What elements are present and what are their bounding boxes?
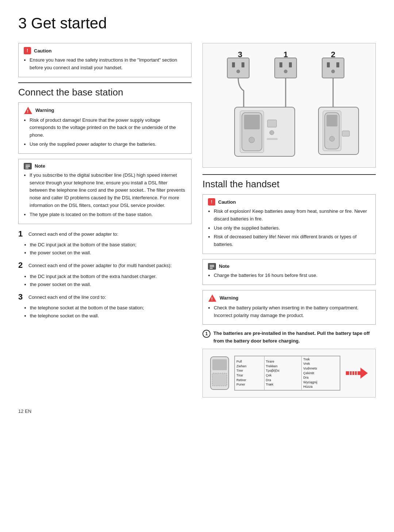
svg-rect-38 bbox=[210, 268, 213, 269]
connect-base-title: Connect the base station bbox=[18, 82, 192, 98]
warning-item-h1: Check the battery polarity when insertin… bbox=[214, 304, 370, 320]
note-list-base: If you subscribe to the digital subscrib… bbox=[24, 172, 186, 219]
svg-text:!: ! bbox=[27, 109, 28, 114]
svg-rect-25 bbox=[267, 138, 278, 140]
caution-item-h2: Use only the supplied batteries. bbox=[214, 224, 370, 232]
note-header-handset: Note bbox=[208, 263, 370, 270]
svg-point-34 bbox=[329, 136, 335, 141]
step-1-bullet-2: the power socket on the wall. bbox=[30, 249, 192, 257]
svg-rect-11 bbox=[289, 62, 292, 67]
caution-box-top: ! Caution Ensure you have read the safet… bbox=[18, 43, 192, 77]
step-3-text: Connect each end of the line cord to: bbox=[28, 292, 106, 301]
caution-header-handset: ! Caution bbox=[208, 198, 370, 206]
step-2-text: Connect each end of the power adapter to… bbox=[28, 261, 171, 270]
battery-diagram: PullZiehenTirerTirarRetirerPuner TirareT… bbox=[202, 349, 376, 398]
svg-rect-23 bbox=[267, 120, 277, 127]
svg-rect-37 bbox=[210, 266, 214, 267]
caution-header: ! Caution bbox=[24, 47, 186, 54]
caution-icon: ! bbox=[24, 47, 31, 54]
svg-rect-42 bbox=[212, 359, 227, 370]
device-diagram: 3 1 2 bbox=[202, 43, 376, 168]
svg-text:!: ! bbox=[211, 296, 213, 302]
install-handset-title: Install the handset bbox=[202, 174, 376, 190]
svg-point-28 bbox=[249, 137, 255, 143]
step-2-bullet-1: the DC input jack at the bottom of the e… bbox=[30, 273, 192, 281]
caution-list: Ensure you have read the safety instruct… bbox=[24, 56, 186, 72]
caution-box-handset: ! Caution Risk of explosion! Keep batter… bbox=[202, 194, 376, 254]
caution-icon-handset: ! bbox=[208, 198, 215, 206]
svg-rect-43 bbox=[212, 373, 227, 386]
svg-point-20 bbox=[236, 70, 240, 73]
svg-rect-36 bbox=[210, 265, 214, 266]
page-title: 3 Get started bbox=[18, 15, 376, 32]
note-item-2: The type plate is located on the bottom … bbox=[30, 211, 186, 219]
warning-header-handset: ! Warning bbox=[208, 294, 370, 302]
svg-rect-44 bbox=[346, 371, 360, 375]
svg-rect-31 bbox=[342, 131, 349, 136]
step-2-num: 2 bbox=[18, 261, 28, 270]
circle-num-1: 1 bbox=[202, 330, 210, 338]
step-2-bullet-2: the power socket on the wall. bbox=[30, 281, 192, 289]
step-2: 2 Connect each end of the power adapter … bbox=[18, 261, 192, 270]
step-1-num: 1 bbox=[18, 229, 28, 239]
step-3-bullet-1: the telephone socket at the bottom of th… bbox=[30, 304, 192, 312]
note-label-handset: Note bbox=[219, 263, 229, 269]
step-1: 1 Connect each end of the power adapter … bbox=[18, 229, 192, 239]
left-column: ! Caution Ensure you have read the safet… bbox=[18, 43, 192, 398]
svg-rect-5 bbox=[26, 168, 28, 168]
note-item-1: If you subscribe to the digital subscrib… bbox=[30, 172, 186, 210]
warning-box-base: ! Warning Risk of product damage! Ensure… bbox=[18, 102, 192, 154]
caution-list-handset: Risk of explosion! Keep batteries away f… bbox=[208, 208, 370, 249]
warning-box-handset: ! Warning Check the battery polarity whe… bbox=[202, 290, 376, 325]
note-box-handset: Note Charge the batteries for 16 hours b… bbox=[202, 259, 376, 285]
caution-item-1: Ensure you have read the safety instruct… bbox=[30, 56, 186, 72]
svg-point-12 bbox=[284, 70, 287, 73]
warning-label-handset: Warning bbox=[220, 295, 239, 301]
warning-label-base: Warning bbox=[35, 107, 54, 113]
diagram-svg: 3 1 2 bbox=[213, 47, 366, 164]
footer-text: 12 EN bbox=[18, 408, 31, 414]
svg-rect-14 bbox=[327, 62, 330, 67]
svg-rect-15 bbox=[336, 62, 339, 67]
svg-rect-19 bbox=[242, 62, 244, 67]
step-3-bullet-2: the telephone socket on the wall. bbox=[30, 312, 192, 320]
note-list-handset: Charge the batteries for 16 hours before… bbox=[208, 272, 370, 279]
warning-icon-handset: ! bbox=[208, 294, 217, 302]
caution-label: Caution bbox=[34, 48, 51, 54]
step-2-bullets: the DC input jack at the bottom of the e… bbox=[18, 273, 192, 289]
step-1-text: Connect each end of the power adapter to… bbox=[28, 229, 118, 238]
svg-rect-17 bbox=[227, 58, 249, 78]
svg-rect-3 bbox=[26, 165, 30, 165]
svg-rect-27 bbox=[244, 115, 260, 129]
note-item-h1: Charge the batteries for 16 hours before… bbox=[214, 272, 370, 279]
svg-marker-45 bbox=[360, 368, 368, 379]
note-icon-handset bbox=[208, 263, 216, 270]
caution-item-h3: Risk of decreased battery life! Never mi… bbox=[214, 233, 370, 249]
note-header-base: Note bbox=[24, 163, 186, 169]
bold-step-1: 1 The batteries are pre-installed in the… bbox=[202, 330, 376, 345]
warning-icon-base: ! bbox=[24, 106, 32, 114]
step-3-bullets: the telephone socket at the bottom of th… bbox=[18, 304, 192, 320]
warning-list-base: Risk of product damage! Ensure that the … bbox=[24, 117, 186, 148]
svg-point-16 bbox=[331, 70, 335, 73]
step-3-num: 3 bbox=[18, 292, 28, 302]
svg-rect-13 bbox=[322, 58, 344, 78]
note-box-base: Note If you subscribe to the digital sub… bbox=[18, 159, 192, 224]
warning-item-1: Risk of product damage! Ensure that the … bbox=[30, 117, 186, 139]
note-icon-base bbox=[24, 163, 32, 169]
svg-point-24 bbox=[270, 130, 274, 135]
battery-arrow-svg bbox=[344, 366, 370, 380]
battery-phone-svg bbox=[209, 355, 231, 391]
note-label-base: Note bbox=[35, 163, 45, 169]
page-footer: 12 EN bbox=[18, 408, 376, 414]
caution-item-h1: Risk of explosion! Keep batteries away f… bbox=[214, 208, 370, 223]
warning-list-handset: Check the battery polarity when insertin… bbox=[208, 304, 370, 320]
svg-rect-33 bbox=[327, 115, 337, 126]
bold-step-1-text: The batteries are pre-installed in the h… bbox=[213, 330, 376, 345]
step-1-bullets: the DC input jack at the bottom of the b… bbox=[18, 241, 192, 257]
svg-rect-4 bbox=[26, 166, 30, 167]
step-3: 3 Connect each end of the line cord to: bbox=[18, 292, 192, 302]
svg-rect-10 bbox=[279, 62, 282, 67]
caution-label-handset: Caution bbox=[218, 199, 236, 205]
warning-item-2: Use only the supplied power adapter to c… bbox=[30, 141, 186, 148]
